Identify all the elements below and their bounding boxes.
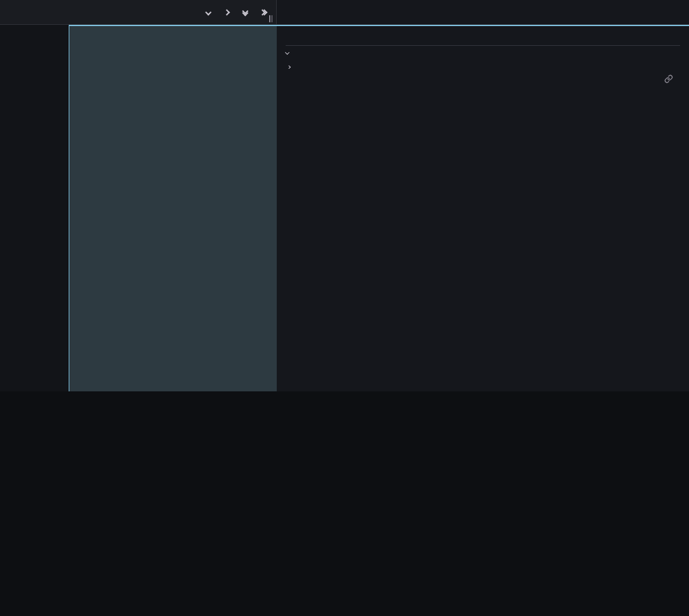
trace-timeline-view xyxy=(0,0,689,616)
section-divider xyxy=(286,45,680,46)
column-resizer-handle[interactable] xyxy=(269,15,274,22)
service-operation-header xyxy=(0,0,277,24)
timeline-header xyxy=(0,0,689,25)
chevron-right-icon xyxy=(286,66,291,69)
span-attributes-toggle[interactable] xyxy=(286,52,680,55)
expand-one-icon[interactable] xyxy=(220,4,233,20)
expand-all-icon[interactable] xyxy=(257,4,270,20)
span-id-row xyxy=(284,74,680,83)
span-detail-panel xyxy=(277,25,689,391)
chevron-down-icon xyxy=(285,50,289,55)
collapse-all-icon[interactable] xyxy=(239,4,251,20)
span-detail-row xyxy=(0,25,689,391)
detail-row-highlight xyxy=(69,25,277,391)
collapse-one-icon[interactable] xyxy=(202,4,214,20)
detail-row-gutter xyxy=(0,25,277,391)
link-icon[interactable] xyxy=(664,74,673,83)
timeline-ruler xyxy=(277,0,689,24)
resource-attributes-toggle[interactable] xyxy=(286,66,680,69)
span-overview xyxy=(284,34,680,38)
